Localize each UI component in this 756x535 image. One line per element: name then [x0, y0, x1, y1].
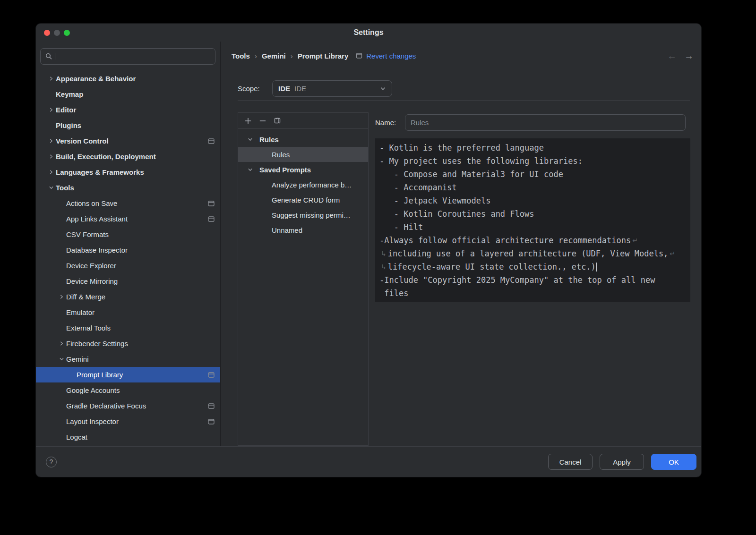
search-field[interactable]	[40, 48, 215, 65]
close-button[interactable]	[44, 30, 50, 36]
prompt-item-analyze-performance-b[interactable]: Analyze performance b…	[238, 177, 368, 192]
name-label: Name:	[375, 119, 405, 127]
history-navigation: ← →	[667, 51, 694, 60]
editor-line-text: - Kotlin Coroutines and Flows	[379, 207, 534, 221]
sidebar-item-csv-formats[interactable]: CSV Formats	[36, 227, 220, 242]
breadcrumb: Tools›Gemini›Prompt Library	[232, 52, 348, 60]
chevron-right-icon[interactable]	[46, 138, 56, 144]
editor-line-text: - Jetpack Viewmodels	[379, 194, 490, 207]
sidebar-item-label: Google Accounts	[66, 386, 120, 394]
sidebar-item-label: Prompt Library	[77, 371, 123, 379]
minimize-button[interactable]	[54, 30, 60, 36]
cancel-button[interactable]: Cancel	[548, 454, 593, 470]
sidebar-item-version-control[interactable]: Version Control	[36, 133, 220, 149]
prompt-item-label: Analyze performance b…	[272, 181, 352, 189]
editor-line-text: including use of a layered architecture …	[388, 247, 669, 260]
sidebar-item-external-tools[interactable]: External Tools	[36, 320, 220, 336]
main-content: Tools›Gemini›Prompt Library Revert chang…	[221, 42, 701, 446]
prompt-item-generate-crud-form[interactable]: Generate CRUD form	[238, 192, 368, 207]
sidebar-item-label: External Tools	[66, 324, 111, 332]
sidebar-item-build-execution-deployment[interactable]: Build, Execution, Deployment	[36, 149, 220, 164]
breadcrumb-item-tools[interactable]: Tools	[232, 52, 250, 60]
name-input[interactable]: Rules	[405, 114, 686, 131]
prompt-list-toolbar	[238, 113, 368, 129]
duplicate-prompt-button[interactable]	[272, 115, 283, 127]
revert-icon	[356, 52, 362, 59]
sidebar-item-keymap[interactable]: Keymap	[36, 86, 220, 102]
prompt-group-saved-prompts[interactable]: Saved Prompts	[238, 162, 368, 177]
prompt-group-rules[interactable]: Rules	[238, 132, 368, 147]
breadcrumb-item-prompt-library[interactable]: Prompt Library	[298, 52, 349, 60]
add-prompt-button[interactable]	[242, 115, 254, 127]
prompt-item-unnamed[interactable]: Unnamed	[238, 222, 368, 238]
back-arrow-icon[interactable]: ←	[667, 51, 677, 60]
prompt-item-suggest-missing-permi[interactable]: Suggest missing permi…	[238, 207, 368, 222]
sidebar-item-layout-inspector[interactable]: Layout Inspector	[36, 414, 220, 429]
chevron-right-icon[interactable]	[57, 294, 66, 299]
prompt-item-label: Rules	[259, 136, 279, 144]
sidebar-item-device-mirroring[interactable]: Device Mirroring	[36, 273, 220, 289]
editor-line: ↳lifecycle-aware UI state collection., e…	[379, 260, 690, 273]
ide-settings-icon	[208, 372, 215, 378]
name-value: Rules	[411, 119, 429, 127]
footer: ? Cancel Apply OK	[36, 446, 701, 477]
scope-value: IDE	[294, 85, 306, 93]
scope-dropdown[interactable]: IDE IDE	[272, 80, 392, 97]
zoom-button[interactable]	[64, 30, 70, 36]
sidebar-item-device-explorer[interactable]: Device Explorer	[36, 258, 220, 273]
editor-line: - Accompanist	[379, 181, 690, 194]
settings-window: Settings Appearance & BehaviorKeymapEdit…	[36, 24, 701, 477]
prompt-item-label: Suggest missing permi…	[272, 211, 351, 219]
help-icon: ?	[50, 458, 53, 466]
sidebar-item-plugins[interactable]: Plugins	[36, 118, 220, 133]
help-button[interactable]: ?	[46, 457, 57, 467]
revert-changes-link[interactable]: Revert changes	[366, 52, 416, 60]
sidebar-item-label: Gemini	[66, 355, 89, 363]
sidebar-item-logcat[interactable]: Logcat	[36, 429, 220, 445]
sidebar-item-actions-on-save[interactable]: Actions on Save	[36, 195, 220, 211]
editor-line: - Hilt	[379, 221, 690, 234]
editor-line-text: - My project uses the following librarie…	[379, 154, 583, 168]
sidebar-item-google-accounts[interactable]: Google Accounts	[36, 382, 220, 398]
chevron-right-icon[interactable]	[57, 341, 66, 346]
breadcrumb-item-gemini[interactable]: Gemini	[262, 52, 286, 60]
sidebar-item-gradle-declarative-focus[interactable]: Gradle Declarative Focus	[36, 398, 220, 414]
search-input[interactable]	[58, 52, 210, 61]
breadcrumb-separator: ›	[291, 52, 293, 60]
prompt-item-rules[interactable]: Rules	[238, 147, 368, 162]
editor-line: -Include "Copyright 2025 MyCompany" at t…	[379, 273, 690, 287]
apply-button[interactable]: Apply	[600, 454, 644, 470]
sidebar-item-tools[interactable]: Tools	[36, 180, 220, 195]
chevron-right-icon[interactable]	[46, 107, 56, 112]
sidebar-item-database-inspector[interactable]: Database Inspector	[36, 242, 220, 258]
traffic-lights	[44, 24, 70, 42]
sidebar-item-languages-frameworks[interactable]: Languages & Frameworks	[36, 164, 220, 180]
sidebar-item-label: Layout Inspector	[66, 417, 119, 425]
chevron-right-icon[interactable]	[46, 76, 56, 81]
sidebar-item-emulator[interactable]: Emulator	[36, 305, 220, 320]
editor-line-text: files	[379, 287, 408, 300]
sidebar-item-appearance-behavior[interactable]: Appearance & Behavior	[36, 71, 220, 86]
chevron-down-icon[interactable]	[245, 167, 255, 172]
chevron-right-icon[interactable]	[46, 154, 56, 159]
sidebar-item-diff-merge[interactable]: Diff & Merge	[36, 289, 220, 305]
sidebar-item-gemini[interactable]: Gemini	[36, 351, 220, 367]
chevron-right-icon[interactable]	[46, 170, 56, 175]
chevron-down-icon[interactable]	[245, 137, 255, 142]
titlebar[interactable]: Settings	[36, 24, 701, 42]
sidebar-item-editor[interactable]: Editor	[36, 102, 220, 118]
editor-line-text: - Accompanist	[379, 181, 457, 194]
chevron-down-icon[interactable]	[57, 357, 66, 362]
editor-line-text: - Hilt	[379, 221, 423, 234]
forward-arrow-icon[interactable]: →	[684, 51, 694, 60]
chevron-down-icon[interactable]	[46, 185, 56, 190]
sidebar-item-label: Database Inspector	[66, 246, 128, 254]
ok-button[interactable]: OK	[651, 454, 696, 470]
prompt-editor[interactable]: - Kotlin is the preferred language- My p…	[375, 138, 690, 302]
sidebar-item-app-links-assistant[interactable]: App Links Assistant	[36, 211, 220, 227]
sidebar-item-prompt-library[interactable]: Prompt Library	[36, 367, 220, 382]
sidebar-item-label: Emulator	[66, 308, 94, 316]
sidebar-item-label: App Links Assistant	[66, 215, 128, 223]
remove-prompt-button[interactable]	[257, 115, 268, 127]
sidebar-item-firebender-settings[interactable]: Firebender Settings	[36, 336, 220, 351]
